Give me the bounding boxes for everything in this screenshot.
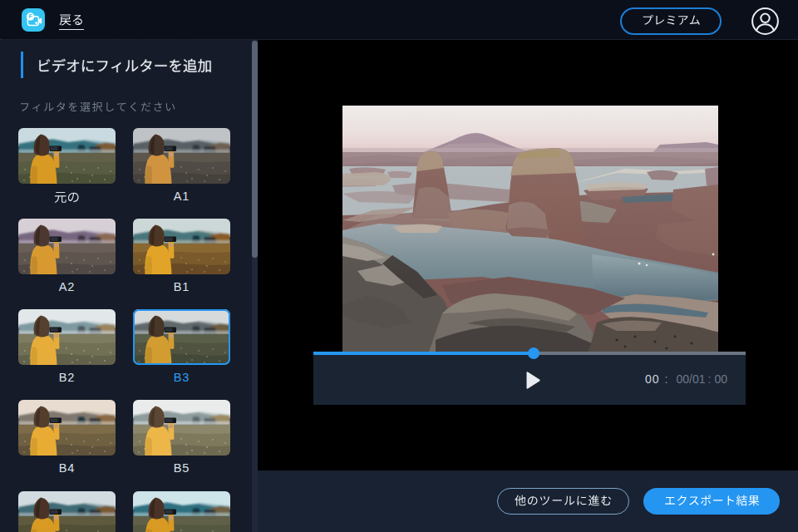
svg-text:F: F	[28, 13, 32, 19]
